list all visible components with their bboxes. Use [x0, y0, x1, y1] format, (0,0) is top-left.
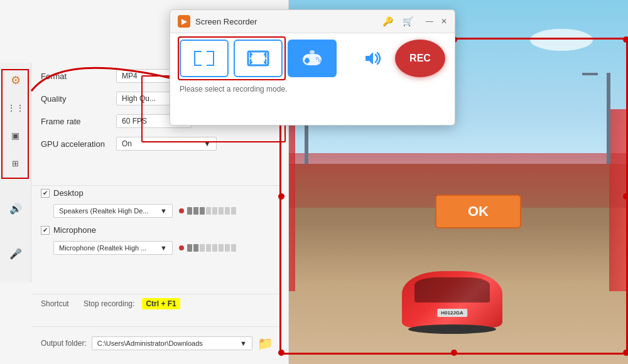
shortcut-label: Shortcut	[41, 299, 78, 308]
rec-button[interactable]: REC	[395, 40, 445, 77]
desktop-device-label: Speakers (Realtek High De...	[59, 207, 148, 215]
popup-titlebar: ▶ Screen Recorder 🔑 🛒 — ✕	[170, 10, 455, 33]
sidebar-icon-speaker[interactable]: 🔊	[4, 197, 27, 220]
app-icon: ▶	[178, 15, 190, 28]
sidebar-icon-settings[interactable]: ⚙	[4, 69, 27, 92]
shortcut-stop-label: Stop recording:	[84, 299, 134, 308]
format-label: Format	[41, 72, 116, 81]
vol-seg-3	[200, 207, 205, 215]
microphone-label: Microphone	[53, 225, 96, 235]
sidebar-icon-mic[interactable]: 🎤	[4, 242, 27, 265]
vol-seg-2	[193, 207, 198, 215]
popup-hint: Please select a recording mode.	[170, 83, 455, 100]
popup-win-controls: — ✕	[426, 17, 447, 26]
vol-seg-6	[219, 207, 224, 215]
microphone-device-row: Microphone (Realtek High ... ▼	[53, 241, 273, 255]
divider-2	[31, 294, 279, 294]
vol-seg-5	[212, 207, 217, 215]
mode-custom-button[interactable]	[180, 40, 229, 77]
mic-vol-seg-4	[206, 244, 211, 252]
gpu-select[interactable]: On ▼	[116, 137, 217, 151]
mic-vol-seg-1	[187, 244, 192, 252]
vol-seg-8	[231, 207, 236, 215]
mode-fullscreen-button[interactable]	[234, 40, 283, 77]
sidebar: ⚙ ⋮⋮ ▣ ⊞ 🔊 🎤	[0, 63, 31, 282]
gpu-row: GPU acceleration On ▼	[41, 137, 273, 151]
svg-rect-4	[305, 60, 310, 62]
volume-dot-mic	[179, 245, 184, 250]
output-section: Output folder: C:\Users\Administrator\Do…	[31, 336, 283, 351]
chevron-down-icon: ▼	[160, 244, 167, 252]
output-path-input[interactable]: C:\Users\Administrator\Downloads ▼	[92, 336, 252, 350]
mic-vol-seg-5	[212, 244, 217, 252]
microphone-device-label: Microphone (Realtek High ...	[59, 244, 146, 252]
chevron-down-icon: ▼	[160, 207, 167, 215]
microphone-dropdown[interactable]: Microphone (Realtek High ... ▼	[53, 241, 173, 255]
vol-seg-7	[225, 207, 230, 215]
divider-3	[31, 326, 279, 327]
mic-vol-seg-2	[193, 244, 198, 252]
sidebar-icon-frame[interactable]: ▣	[4, 124, 27, 147]
sidebar-icon-layers[interactable]: ⋮⋮	[4, 97, 27, 119]
volume-bar-mic	[187, 244, 236, 252]
audio-section: ✔ Desktop Speakers (Realtek High De... ▼	[31, 188, 283, 262]
popup-title: Screen Recorder	[195, 17, 257, 26]
chevron-down-icon: ▼	[240, 340, 247, 347]
desktop-volume-slider[interactable]	[179, 207, 236, 215]
mode-game-button[interactable]	[288, 40, 337, 77]
mic-vol-seg-6	[219, 244, 224, 252]
cart-icon[interactable]: 🛒	[403, 16, 413, 26]
vol-seg-4	[206, 207, 211, 215]
desktop-audio-row: ✔ Desktop	[41, 188, 273, 198]
gpu-value: On ▼	[116, 137, 273, 151]
microphone-row: ✔ Microphone	[41, 225, 273, 235]
svg-point-7	[317, 58, 318, 59]
desktop-checkbox[interactable]: ✔	[41, 189, 50, 198]
key-icon[interactable]: 🔑	[382, 16, 393, 26]
vol-seg-1	[187, 207, 192, 215]
ok-button[interactable]: OK	[435, 195, 521, 228]
output-label: Output folder:	[41, 339, 87, 348]
shortcut-section: Shortcut Stop recording: Ctrl + F1	[31, 298, 283, 309]
microphone-checkbox[interactable]: ✔	[41, 226, 50, 235]
folder-icon[interactable]: 📁	[257, 336, 273, 351]
quality-label: Quality	[41, 94, 116, 104]
desktop-dropdown[interactable]: Speakers (Realtek High De... ▼	[53, 204, 173, 218]
volume-bar	[187, 207, 236, 215]
popup-toolbar: REC	[170, 33, 455, 83]
game-car	[402, 271, 502, 328]
svg-point-9	[310, 50, 315, 54]
minimize-button[interactable]: —	[426, 17, 433, 26]
mic-vol-seg-3	[200, 244, 205, 252]
sidebar-icon-gpu[interactable]: ⊞	[4, 152, 27, 174]
framerate-label: Frame rate	[41, 117, 116, 126]
svg-point-8	[319, 60, 320, 62]
desktop-label: Desktop	[53, 188, 84, 198]
output-path-text: C:\Users\Administrator\Downloads	[97, 340, 203, 347]
chevron-down-icon: ▼	[203, 139, 211, 148]
gpu-label: GPU acceleration	[41, 139, 116, 149]
microphone-volume-slider[interactable]	[179, 244, 236, 252]
divider-1	[31, 185, 279, 186]
popup-title-left: ▶ Screen Recorder	[178, 15, 257, 28]
shortcut-key: Ctrl + F1	[142, 298, 180, 309]
desktop-device-row: Speakers (Realtek High De... ▼	[53, 204, 273, 218]
recorder-popup: ▶ Screen Recorder 🔑 🛒 — ✕	[170, 9, 455, 126]
popup-title-icons: 🔑 🛒	[382, 16, 413, 26]
mic-vol-seg-8	[231, 244, 236, 252]
close-button[interactable]: ✕	[441, 17, 447, 26]
volume-dot	[179, 208, 184, 213]
mic-vol-seg-7	[225, 244, 230, 252]
audio-toggle-button[interactable]	[355, 40, 390, 77]
